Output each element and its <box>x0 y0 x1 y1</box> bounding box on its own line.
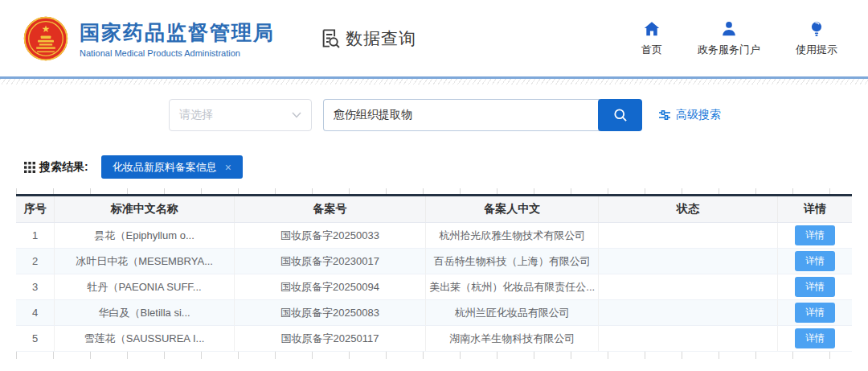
table-row: 3 牡丹（PAEONIA SUFF... 国妆原备字20250094 美出莱（杭… <box>16 274 852 300</box>
search-button[interactable] <box>598 99 642 131</box>
col-header-status: 状态 <box>599 196 778 223</box>
cell-reg-no: 国妆原备字20230017 <box>234 249 425 274</box>
org-name-cn: 国家药品监督管理局 <box>80 19 275 46</box>
table-row: 2 冰叶日中花（MESEMBRYA... 国妆原备字20230017 百岳特生物… <box>16 249 852 274</box>
cell-name: 华白及（Bletilla si... <box>55 300 235 326</box>
table-bottom-ticks <box>16 352 852 359</box>
cell-registrant: 美出莱（杭州）化妆品有限责任公... <box>426 274 599 300</box>
org-name-en: National Medical Products Administration <box>80 48 275 58</box>
advanced-search-link[interactable]: 高级搜索 <box>658 108 721 122</box>
national-emblem-icon: ★ <box>23 15 69 62</box>
cell-registrant: 杭州兰匠化妆品有限公司 <box>426 300 599 326</box>
table-row: 5 雪莲花（SAUSSUREA I... 国妆原备字20250117 湖南水羊生… <box>16 326 852 352</box>
detail-button[interactable]: 详情 <box>795 277 835 297</box>
results-table-section: 序号 标准中文名称 备案号 备案人中文 状态 详情 1 昙花（Epiphyllu… <box>16 188 852 359</box>
detail-button[interactable]: 详情 <box>795 251 835 271</box>
col-header-name: 标准中文名称 <box>55 196 235 223</box>
search-input-group <box>323 99 642 131</box>
nmpa-logo[interactable]: ★ 国家药品监督管理局 National Medical Products Ad… <box>23 15 275 62</box>
cell-no: 3 <box>16 274 55 300</box>
nav-label-home: 首页 <box>641 43 662 57</box>
cell-name: 昙花（Epiphyllum o... <box>55 223 235 249</box>
advanced-search-label: 高级搜索 <box>676 108 721 122</box>
results-label: 搜索结果: <box>24 160 88 175</box>
col-header-detail: 详情 <box>777 196 852 223</box>
search-input[interactable] <box>323 99 600 131</box>
col-header-no: 序号 <box>16 196 55 223</box>
cell-no: 1 <box>16 223 55 249</box>
brand-text: 国家药品监督管理局 National Medical Products Admi… <box>80 19 275 58</box>
cell-reg-no: 国妆原备字20250094 <box>234 274 425 300</box>
cell-status <box>599 274 778 300</box>
detail-button[interactable]: 详情 <box>795 328 835 348</box>
detail-button[interactable]: 详情 <box>795 303 835 323</box>
cell-name: 牡丹（PAEONIA SUFF... <box>55 274 235 300</box>
cell-registrant: 杭州拾光欣雅生物技术有限公司 <box>426 223 599 249</box>
col-header-reg-no: 备案号 <box>234 196 425 223</box>
cell-status <box>599 223 778 249</box>
data-query-title: 数据查询 <box>319 27 416 50</box>
cell-reg-no: 国妆原备字20250083 <box>234 300 425 326</box>
table-row: 4 华白及（Bletilla si... 国妆原备字20250083 杭州兰匠化… <box>16 300 852 326</box>
search-icon <box>612 107 628 123</box>
result-filter-tag[interactable]: 化妆品新原料备案信息 × <box>101 155 243 179</box>
detail-button[interactable]: 详情 <box>795 225 835 245</box>
table-header-row: 序号 标准中文名称 备案号 备案人中文 状态 详情 <box>16 196 852 223</box>
nav-label-gov-portal: 政务服务门户 <box>698 43 760 57</box>
cell-name: 冰叶日中花（MESEMBRYA... <box>55 249 235 274</box>
sliders-icon <box>658 109 671 121</box>
chevron-down-icon <box>292 112 301 118</box>
user-icon <box>720 20 738 38</box>
close-icon[interactable]: × <box>225 161 231 174</box>
cell-status <box>599 326 778 352</box>
header-divider <box>0 76 868 85</box>
results-table: 序号 标准中文名称 备案号 备案人中文 状态 详情 1 昙花（Epiphyllu… <box>16 194 852 352</box>
cell-reg-no: 国妆原备字20250033 <box>234 223 425 249</box>
top-navigation: 首页 政务服务门户 使用提示 <box>641 20 837 57</box>
home-icon <box>643 20 661 38</box>
cell-reg-no: 国妆原备字20250117 <box>234 326 425 352</box>
cell-status <box>599 300 778 326</box>
table-top-ticks <box>16 188 852 194</box>
nav-item-tips[interactable]: 使用提示 <box>796 20 837 57</box>
select-placeholder: 请选择 <box>179 108 292 122</box>
cell-no: 4 <box>16 300 55 326</box>
cell-status <box>599 249 778 274</box>
nmpa-data-query-page: ★ 国家药品监督管理局 National Medical Products Ad… <box>0 0 868 371</box>
cell-registrant: 百岳特生物科技（上海）有限公司 <box>426 249 599 274</box>
nav-label-tips: 使用提示 <box>796 43 837 57</box>
header: ★ 国家药品监督管理局 National Medical Products Ad… <box>0 0 868 76</box>
tag-label: 化妆品新原料备案信息 <box>113 160 217 175</box>
grid-icon <box>24 162 35 173</box>
table-row: 1 昙花（Epiphyllum o... 国妆原备字20250033 杭州拾光欣… <box>16 223 852 249</box>
bulb-icon <box>808 20 825 38</box>
col-header-registrant: 备案人中文 <box>426 196 599 223</box>
doc-search-icon <box>319 27 341 49</box>
cell-name: 雪莲花（SAUSSUREA I... <box>55 326 235 352</box>
cell-registrant: 湖南水羊生物科技有限公司 <box>426 326 599 352</box>
search-section: 请选择 高级搜索 <box>0 99 868 131</box>
cell-no: 2 <box>16 249 55 274</box>
svg-text:★: ★ <box>42 23 51 33</box>
category-select[interactable]: 请选择 <box>169 99 312 131</box>
nav-item-gov-portal[interactable]: 政务服务门户 <box>698 20 760 57</box>
nav-item-home[interactable]: 首页 <box>641 20 662 57</box>
results-bar: 搜索结果: 化妆品新原料备案信息 × <box>0 155 868 179</box>
app-title-label: 数据查询 <box>346 27 416 50</box>
cell-no: 5 <box>16 326 55 352</box>
